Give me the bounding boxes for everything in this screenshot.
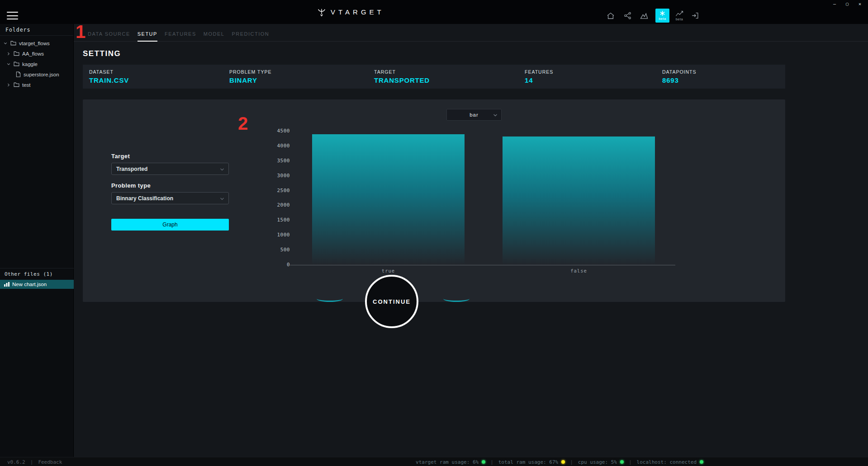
metric-vtarget-ram: vtarget ram usage: 6%: [416, 459, 485, 465]
window-maximize-button[interactable]: ▢: [841, 0, 854, 8]
chevron-down-icon: [6, 62, 11, 66]
tree-item-aa-flows[interactable]: AA_flows: [0, 48, 73, 59]
metric-cpu: cpu usage: 5%: [578, 459, 624, 465]
status-dot-yellow: [561, 460, 565, 464]
separator: |: [629, 459, 632, 465]
bar-true: [312, 134, 465, 265]
analytics-icon[interactable]: [639, 10, 650, 22]
tab-setup[interactable]: SETUP: [138, 30, 157, 42]
summary-label: DATAPOINTS: [662, 69, 785, 75]
chevron-right-icon: [6, 52, 11, 56]
y-tick: 2000: [277, 202, 290, 208]
y-tick: 3000: [277, 173, 290, 179]
beta-label: beta: [659, 17, 666, 21]
tree-item-kaggle[interactable]: kaggle: [0, 59, 73, 69]
metric-label: cpu usage: 5%: [578, 459, 617, 465]
separator: |: [30, 459, 33, 465]
bar-chart: [293, 131, 674, 265]
folder-icon: [14, 51, 19, 56]
file-item-label: New chart.json: [12, 282, 47, 287]
other-files-title: Other files (1): [0, 268, 74, 280]
summary-value: TRANSPORTED: [374, 76, 525, 84]
summary-target: TARGET TRANSPORTED: [374, 69, 525, 84]
chart-type-select[interactable]: bar: [446, 109, 502, 121]
x-axis-line: [290, 265, 675, 265]
summary-label: PROBLEM TYPE: [229, 69, 374, 75]
summary-problem-type: PROBLEM TYPE BINARY: [229, 69, 374, 84]
y-tick: 1500: [277, 217, 290, 223]
status-dot-green: [482, 460, 485, 464]
chevron-down-icon: [493, 113, 498, 117]
status-dot-green: [620, 460, 624, 464]
brand: VTARGET: [317, 0, 384, 24]
tree-item-label: superstore.json: [24, 72, 59, 77]
status-left: v0.6.2 | Feedback: [7, 457, 62, 466]
x-label-true: true: [293, 268, 484, 273]
tree-item-superstore-json[interactable]: superstore.json: [0, 69, 73, 80]
folder-tree: vtarget_flows AA_flows kaggle superst: [0, 36, 73, 90]
share-icon[interactable]: [622, 10, 633, 22]
tab-data-source[interactable]: DATA SOURCE: [88, 30, 130, 42]
bar-false: [503, 137, 655, 265]
logout-icon[interactable]: [689, 10, 700, 22]
tab-features[interactable]: FEATURES: [165, 30, 196, 42]
decorative-arc-right: [443, 296, 470, 302]
star-icon: [659, 10, 665, 16]
tree-item-label: vtarget_flows: [19, 41, 50, 46]
chevron-down-icon: [220, 168, 224, 171]
y-tick: 4000: [277, 143, 290, 149]
folder-icon: [14, 82, 19, 87]
app-version: v0.6.2: [7, 459, 25, 465]
y-axis-ticks: 4500 4000 3500 3000 2500 2000 1500 1000 …: [251, 128, 290, 268]
beta-feature-button[interactable]: beta: [655, 9, 669, 23]
status-bar: v0.6.2 | Feedback vtarget ram usage: 6% …: [0, 457, 868, 466]
x-label-false: false: [484, 268, 674, 273]
summary-value: 14: [525, 76, 662, 84]
tab-model[interactable]: MODEL: [204, 30, 225, 42]
metric-label: localhost: connected: [637, 459, 697, 465]
window-close-button[interactable]: ✕: [854, 0, 866, 8]
problem-type-select-value: Binnary Classification: [116, 195, 173, 202]
tree-item-label: AA_flows: [22, 51, 44, 56]
y-tick: 500: [280, 247, 290, 253]
target-select-value: Transported: [116, 166, 147, 172]
metric-localhost: localhost: connected: [637, 459, 703, 465]
tree-item-label: test: [22, 82, 31, 88]
continue-button[interactable]: CONTINUE: [365, 275, 418, 328]
summary-value: BINARY: [229, 76, 374, 84]
file-item-new-chart-json[interactable]: New chart.json: [0, 280, 74, 289]
metric-label: vtarget ram usage: 6%: [416, 459, 479, 465]
file-icon: [16, 71, 21, 77]
tree-item-vtarget-flows[interactable]: vtarget_flows: [0, 38, 73, 48]
menu-hamburger-icon[interactable]: [7, 12, 18, 19]
folder-open-icon: [14, 61, 19, 66]
summary-value: 8693: [662, 76, 785, 84]
sidebar: Folders vtarget_flows AA_flows: [0, 24, 74, 457]
header-icons: beta beta: [605, 7, 700, 24]
status-metrics: vtarget ram usage: 6% | total ram usage:…: [416, 457, 703, 466]
other-files-section: Other files (1) New chart.json: [0, 268, 74, 289]
page-title: SETTING: [83, 49, 121, 58]
y-tick: 2500: [277, 188, 290, 194]
folder-open-icon: [10, 41, 16, 46]
tab-prediction[interactable]: PREDICTION: [232, 30, 269, 42]
tree-item-test[interactable]: test: [0, 80, 73, 90]
beta-chart-button[interactable]: beta: [675, 10, 683, 21]
y-tick: 0: [287, 262, 290, 268]
sidebar-folders-title: Folders: [0, 24, 73, 36]
chevron-right-icon: [6, 83, 11, 87]
annotation-marker-1: 1: [76, 23, 85, 41]
problem-type-select[interactable]: Binnary Classification: [111, 192, 229, 204]
main-content: DATA SOURCE SETUP FEATURES MODEL PREDICT…: [74, 24, 868, 457]
chevron-down-icon: [3, 42, 8, 45]
line-chart-icon: [675, 10, 683, 17]
window-minimize-button[interactable]: –: [828, 0, 841, 8]
workflow-tabs: DATA SOURCE SETUP FEATURES MODEL PREDICT…: [74, 30, 868, 42]
feedback-link[interactable]: Feedback: [38, 459, 62, 465]
graph-button[interactable]: Graph: [111, 219, 229, 231]
tree-item-label: kaggle: [22, 61, 38, 67]
y-tick: 4500: [277, 128, 290, 134]
decorative-arc-left: [317, 296, 343, 302]
target-select[interactable]: Transported: [111, 163, 229, 175]
home-icon[interactable]: [605, 10, 616, 22]
